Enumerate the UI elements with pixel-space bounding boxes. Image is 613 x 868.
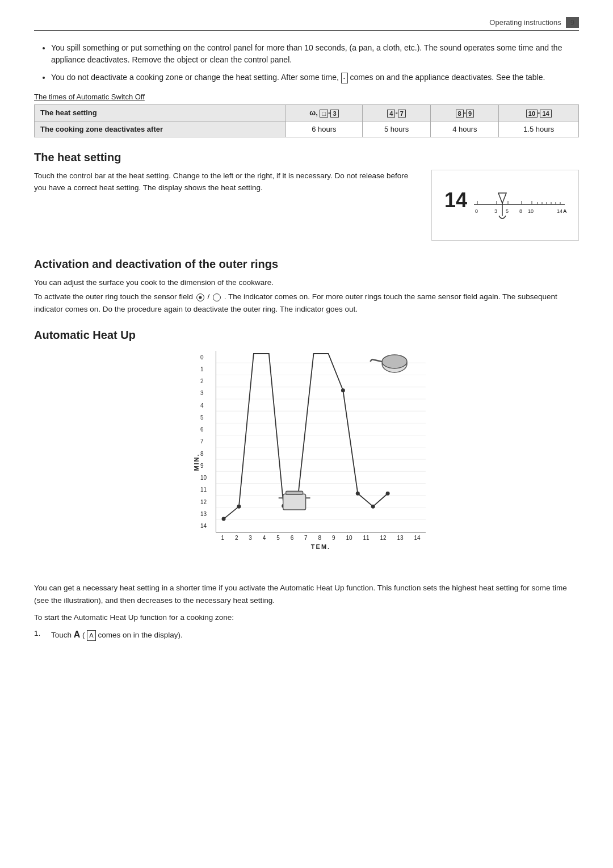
y-axis-labels: 14 13 12 11 10 9 8 7 6 5 4 3 2 1 0 [200, 351, 207, 532]
range-10-icon: 10 [526, 110, 538, 118]
minus-icon: - [341, 73, 348, 83]
range-4-icon: 4 [387, 110, 395, 118]
svg-text:8: 8 [519, 208, 522, 214]
heat-setting-content: Touch the control bar at the heat settin… [34, 170, 579, 241]
svg-text:3: 3 [494, 208, 497, 214]
svg-text:5: 5 [506, 208, 509, 214]
outer-rings-heading: Activation and deactivation of the outer… [34, 258, 579, 271]
svg-text:A: A [563, 208, 567, 214]
table-header-0: The heat setting [35, 105, 286, 121]
chart-svg [216, 351, 426, 532]
table-row: The cooking zone deactivates after 6 hou… [35, 121, 579, 137]
y-axis-label: MIN. [193, 453, 200, 471]
bullet-item-2: You do not deactivate a cooking zone or … [51, 72, 579, 83]
svg-rect-41 [286, 492, 303, 495]
heat-table: The heat setting ω, □-3 4-7 8-9 10-14 Th… [34, 104, 579, 137]
svg-text:0: 0 [475, 208, 478, 214]
chart-inner: 14 13 12 11 10 9 8 7 6 5 4 3 2 1 0 [216, 351, 426, 532]
auto-heat-section: Automatic Heat Up MIN. 14 13 12 11 10 9 … [34, 329, 579, 641]
x-axis-labels: 1 2 3 4 5 6 7 8 9 10 11 12 13 14 [216, 535, 426, 541]
svg-text:14: 14 [444, 188, 467, 212]
auto-heat-text-1: You can get a necessary heat setting in … [34, 582, 579, 606]
sensor-dot-icon [196, 293, 204, 301]
chart-dot [341, 389, 345, 393]
sensor-circle-icon [213, 293, 221, 301]
table-cell-5h: 5 hours [362, 121, 430, 137]
table-header-1: ω, □-3 [285, 105, 362, 121]
bullet-list: You spill something or put something on … [34, 42, 579, 83]
outer-rings-text-2: To activate the outer ring touch the sen… [34, 291, 579, 315]
range-9-icon: 9 [466, 110, 474, 118]
auto-switch-off-table-section: The times of Automatic Switch Off The he… [34, 93, 579, 137]
table-header-3: 8-9 [431, 105, 499, 121]
table-cell-6h: 6 hours [285, 121, 362, 137]
table-title: The times of Automatic Switch Off [34, 93, 579, 101]
svg-line-38 [372, 359, 382, 362]
svg-line-39 [370, 359, 372, 362]
pot-icon [279, 492, 310, 510]
svg-text:10: 10 [528, 208, 534, 214]
heat-dial-svg: 14 0 3 5 8 10 [440, 176, 570, 233]
chart-dot [237, 505, 241, 509]
range-1-icon: □ [320, 110, 328, 118]
table-cell-4h: 4 hours [431, 121, 499, 137]
heat-setting-text: Touch the control bar at the heat settin… [34, 170, 414, 194]
table-header-2: 4-7 [362, 105, 430, 121]
table-cell-1-5h: 1.5 hours [499, 121, 579, 137]
outer-rings-section: Activation and deactivation of the outer… [34, 258, 579, 316]
section-label: Operating instructions [489, 18, 561, 27]
svg-rect-40 [283, 494, 306, 510]
chart-dot [222, 517, 226, 521]
heat-diagram: 14 0 3 5 8 10 [431, 170, 579, 241]
step-1: 1. Touch A ( A comes on in the display). [34, 628, 579, 641]
page-header: Operating instructions 9 [34, 17, 579, 31]
range-7-icon: 7 [398, 110, 406, 118]
chart-area: MIN. 14 13 12 11 10 9 8 7 6 5 4 3 2 [187, 351, 426, 573]
step-number-1: 1. [34, 628, 45, 641]
step-1-text: Touch A ( A comes on in the display). [51, 628, 183, 641]
pan-icon [370, 355, 407, 372]
heat-setting-heading: The heat setting [34, 151, 579, 164]
x-axis-label: TEM. [216, 543, 426, 550]
chart-curve [224, 354, 388, 519]
table-header-4: 10-14 [499, 105, 579, 121]
icon-w-icon: ω [309, 108, 316, 117]
page-number: 9 [566, 17, 579, 28]
table-row-label: The cooking zone deactivates after [35, 121, 286, 137]
a-display-icon: A [87, 630, 95, 641]
range-3-icon: 3 [330, 110, 338, 118]
svg-text:14: 14 [557, 208, 562, 214]
chart-container: MIN. 14 13 12 11 10 9 8 7 6 5 4 3 2 [187, 351, 426, 573]
svg-marker-20 [498, 193, 506, 203]
grid-lines [216, 363, 426, 520]
bullet-item-1: You spill something or put something on … [51, 42, 579, 66]
range-8-icon: 8 [456, 110, 464, 118]
auto-heat-text-2: To start the Automatic Heat Up function … [34, 611, 579, 624]
auto-heat-heading: Automatic Heat Up [34, 329, 579, 342]
a-label: A [74, 630, 81, 639]
chart-dot [386, 492, 390, 496]
step-list: 1. Touch A ( A comes on in the display). [34, 628, 579, 641]
heat-setting-section: The heat setting Touch the control bar a… [34, 151, 579, 241]
chart-dot [356, 492, 360, 496]
outer-rings-text-1: You can adjust the surface you cook to t… [34, 276, 579, 289]
range-14-icon: 14 [540, 110, 551, 118]
chart-dot [371, 505, 375, 509]
svg-point-37 [382, 355, 407, 368]
